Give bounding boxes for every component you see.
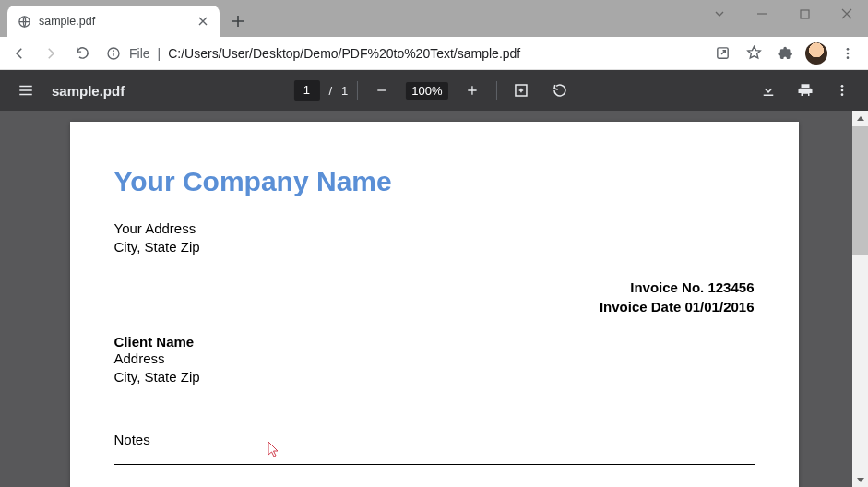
reload-button[interactable] <box>68 40 96 67</box>
svg-point-10 <box>841 85 844 88</box>
url-path: C:/Users/User/Desktop/Demo/PDF%20to%20Te… <box>168 46 520 61</box>
client-name: Client Name <box>114 334 755 350</box>
scroll-thumb[interactable] <box>852 126 868 255</box>
vertical-scrollbar[interactable] <box>852 111 868 487</box>
svg-point-6 <box>847 48 850 51</box>
extensions-icon[interactable] <box>770 40 800 67</box>
share-icon[interactable] <box>707 40 737 67</box>
profile-avatar[interactable] <box>802 40 831 67</box>
tab-title: sample.pdf <box>39 15 188 28</box>
pdf-toolbar: sample.pdf 1 / 1 100% <box>0 70 868 111</box>
svg-point-12 <box>841 93 844 96</box>
browser-window: sample.pdf <box>0 0 868 487</box>
page-total: 1 <box>341 84 348 98</box>
chrome-tabstrip: sample.pdf <box>0 0 868 37</box>
globe-icon <box>17 14 31 29</box>
download-button[interactable] <box>754 76 783 105</box>
svg-point-8 <box>847 56 850 59</box>
scroll-up-button[interactable] <box>852 111 868 126</box>
scroll-track[interactable] <box>852 126 868 471</box>
sender-address-block: Your Address City, State Zip <box>114 220 755 257</box>
client-address-block: Client Name Address City, State Zip <box>114 334 755 387</box>
browser-menu-button[interactable] <box>833 40 862 67</box>
address-row: File | C:/Users/User/Desktop/Demo/PDF%20… <box>0 37 868 70</box>
svg-point-11 <box>841 89 844 92</box>
print-button[interactable] <box>791 76 820 105</box>
page-separator: / <box>328 84 332 98</box>
pdf-menu-button[interactable] <box>11 76 41 105</box>
close-tab-button[interactable] <box>196 14 210 29</box>
client-line2: City, State Zip <box>114 368 755 386</box>
pdf-toolbar-center: 1 / 1 100% <box>293 76 574 105</box>
zoom-level[interactable]: 100% <box>406 82 447 100</box>
svg-point-7 <box>847 52 850 54</box>
address-bar[interactable]: File | C:/Users/User/Desktop/Demo/PDF%20… <box>100 45 704 62</box>
notes-label: Notes <box>114 432 755 447</box>
zoom-in-button[interactable] <box>458 76 487 105</box>
rotate-button[interactable] <box>545 76 575 105</box>
invoice-date: Invoice Date 01/01/2016 <box>114 297 755 317</box>
info-icon[interactable] <box>105 45 122 62</box>
svg-point-4 <box>113 51 114 52</box>
browser-tab[interactable]: sample.pdf <box>7 6 220 37</box>
pdf-more-button[interactable] <box>827 76 857 105</box>
url-scheme: File <box>129 46 150 61</box>
pdf-content-area[interactable]: Your Company Name Your Address City, Sta… <box>0 111 868 487</box>
svg-rect-1 <box>801 10 809 18</box>
page-number-input[interactable]: 1 <box>293 80 319 101</box>
avatar-icon <box>805 42 827 65</box>
pdf-toolbar-right <box>754 76 857 105</box>
window-controls <box>698 0 868 28</box>
client-line1: Address <box>114 350 755 368</box>
window-close-button[interactable] <box>826 0 868 28</box>
url-separator: | <box>158 46 161 61</box>
toolbar-divider <box>357 81 358 100</box>
new-tab-button[interactable] <box>225 8 251 34</box>
bookmark-icon[interactable] <box>739 40 768 67</box>
forward-button[interactable] <box>37 40 65 67</box>
pdf-doc-title: sample.pdf <box>52 83 125 99</box>
toolbar-divider <box>496 81 497 100</box>
window-caret-down-icon[interactable] <box>698 0 741 28</box>
scroll-down-button[interactable] <box>852 471 868 487</box>
zoom-out-button[interactable] <box>367 76 397 105</box>
window-minimize-button[interactable] <box>741 0 783 28</box>
sender-line2: City, State Zip <box>114 238 755 256</box>
invoice-number: Invoice No. 123456 <box>114 278 755 298</box>
invoice-meta-block: Invoice No. 123456 Invoice Date 01/01/20… <box>114 278 755 318</box>
window-maximize-button[interactable] <box>783 0 826 28</box>
divider-line <box>114 464 755 465</box>
sender-line1: Your Address <box>114 220 755 238</box>
back-button[interactable] <box>6 40 33 67</box>
toolbar-right-icons <box>707 40 862 67</box>
pdf-page: Your Company Name Your Address City, Sta… <box>70 122 799 487</box>
company-name: Your Company Name <box>114 166 755 197</box>
fit-page-button[interactable] <box>506 76 536 105</box>
